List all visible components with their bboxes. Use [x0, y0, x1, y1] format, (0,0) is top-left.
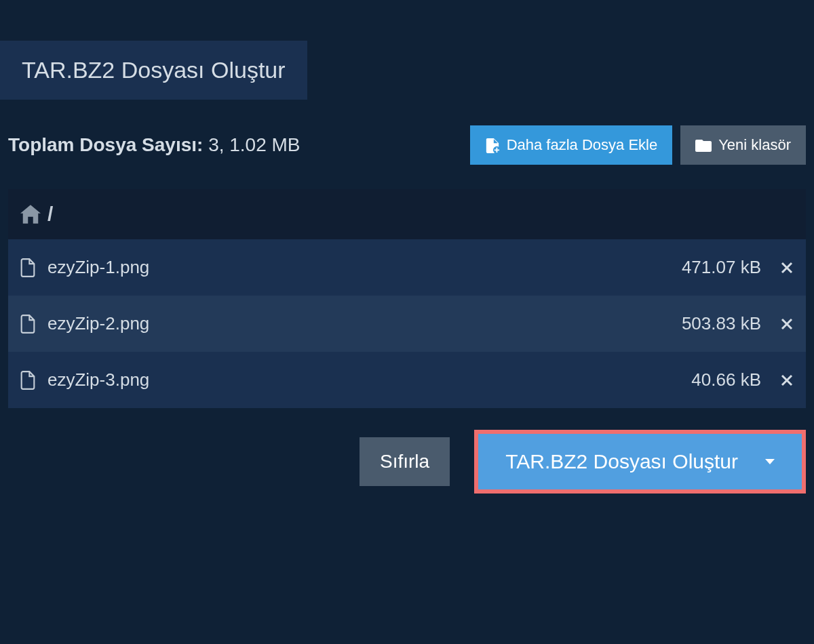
- summary-label: Toplam Dosya Sayısı:: [8, 134, 203, 155]
- summary-value: 3, 1.02 MB: [208, 134, 300, 155]
- file-icon: [20, 315, 35, 334]
- file-icon: [20, 258, 35, 277]
- add-files-label: Daha fazla Dosya Ekle: [507, 136, 658, 154]
- app-container: TAR.BZ2 Dosyası Oluştur Toplam Dosya Say…: [0, 41, 814, 506]
- remove-file-button[interactable]: [780, 261, 794, 275]
- reset-button[interactable]: Sıfırla: [360, 437, 450, 486]
- file-list: ezyZip-1.png 471.07 kB: [8, 239, 806, 408]
- file-size: 40.66 kB: [691, 369, 761, 390]
- summary-row: Toplam Dosya Sayısı: 3, 1.02 MB Daha faz…: [0, 100, 814, 181]
- action-row: Sıfırla TAR.BZ2 Dosyası Oluştur: [0, 408, 814, 506]
- file-add-icon: [485, 137, 500, 153]
- close-icon: [780, 261, 794, 275]
- chevron-down-icon: [765, 459, 775, 464]
- file-size: 503.83 kB: [682, 313, 761, 334]
- remove-file-button[interactable]: [780, 317, 794, 331]
- home-icon: [20, 205, 41, 224]
- file-row: ezyZip-1.png 471.07 kB: [8, 239, 806, 296]
- file-icon: [20, 371, 35, 390]
- close-icon: [780, 374, 794, 387]
- folder-icon: [695, 138, 712, 152]
- breadcrumb-path: /: [47, 203, 53, 226]
- file-name: ezyZip-2.png: [47, 313, 670, 334]
- file-row: ezyZip-2.png 503.83 kB: [8, 296, 806, 352]
- tab-create-tarbz2[interactable]: TAR.BZ2 Dosyası Oluştur: [0, 41, 307, 100]
- remove-file-button[interactable]: [780, 374, 794, 387]
- reset-label: Sıfırla: [380, 451, 429, 472]
- new-folder-label: Yeni klasör: [718, 136, 791, 154]
- tab-label: TAR.BZ2 Dosyası Oluştur: [22, 57, 286, 83]
- new-folder-button[interactable]: Yeni klasör: [680, 125, 806, 165]
- create-label: TAR.BZ2 Dosyası Oluştur: [505, 450, 738, 473]
- file-name: ezyZip-3.png: [47, 369, 679, 390]
- create-archive-button[interactable]: TAR.BZ2 Dosyası Oluştur: [478, 434, 802, 489]
- file-row: ezyZip-3.png 40.66 kB: [8, 352, 806, 408]
- create-button-highlight: TAR.BZ2 Dosyası Oluştur: [474, 430, 806, 494]
- file-size: 471.07 kB: [682, 257, 761, 278]
- close-icon: [780, 317, 794, 331]
- toolbar-buttons: Daha fazla Dosya Ekle Yeni klasör: [470, 125, 806, 165]
- tab-bar: TAR.BZ2 Dosyası Oluştur: [0, 41, 814, 100]
- file-name: ezyZip-1.png: [47, 257, 670, 278]
- file-count-summary: Toplam Dosya Sayısı: 3, 1.02 MB: [8, 134, 301, 156]
- add-files-button[interactable]: Daha fazla Dosya Ekle: [470, 125, 673, 165]
- file-panel: / ezyZip-1.png 471.07 kB: [8, 189, 806, 408]
- breadcrumb[interactable]: /: [8, 189, 806, 239]
